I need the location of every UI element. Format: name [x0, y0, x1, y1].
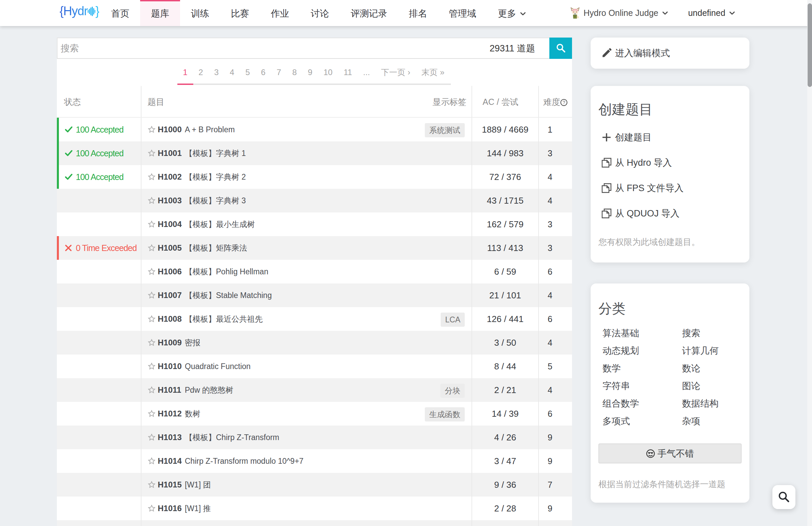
svg-text:?: ? — [563, 100, 565, 105]
